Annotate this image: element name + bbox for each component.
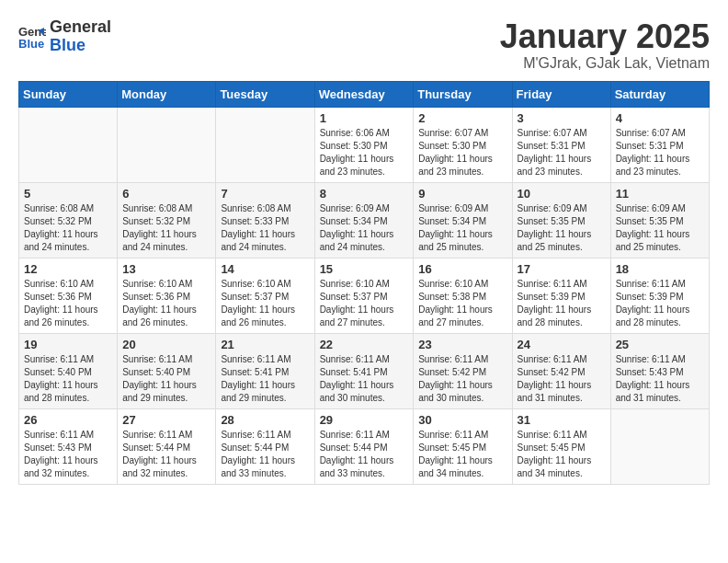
day-number: 27 [122,413,210,427]
calendar-cell: 20Sunrise: 6:11 AM Sunset: 5:40 PM Dayli… [118,333,216,408]
day-number: 11 [616,187,704,201]
day-info: Sunrise: 6:11 AM Sunset: 5:43 PM Dayligh… [616,353,704,405]
day-info: Sunrise: 6:10 AM Sunset: 5:36 PM Dayligh… [24,278,112,329]
day-info: Sunrise: 6:09 AM Sunset: 5:35 PM Dayligh… [616,202,704,254]
day-info: Sunrise: 6:11 AM Sunset: 5:44 PM Dayligh… [320,429,409,480]
svg-text:Blue: Blue [18,37,44,51]
calendar-cell: 8Sunrise: 6:09 AM Sunset: 5:34 PM Daylig… [314,182,414,258]
day-number: 21 [221,338,309,351]
day-info: Sunrise: 6:11 AM Sunset: 5:39 PM Dayligh… [518,278,606,329]
day-number: 14 [221,262,309,276]
day-number: 13 [122,262,210,276]
day-info: Sunrise: 6:09 AM Sunset: 5:34 PM Dayligh… [320,202,409,254]
day-info: Sunrise: 6:07 AM Sunset: 5:30 PM Dayligh… [418,127,506,178]
day-info: Sunrise: 6:07 AM Sunset: 5:31 PM Dayligh… [518,127,606,178]
day-number: 12 [24,262,112,276]
calendar-cell: 25Sunrise: 6:11 AM Sunset: 5:43 PM Dayli… [610,333,709,408]
day-info: Sunrise: 6:07 AM Sunset: 5:31 PM Dayligh… [616,127,704,178]
day-info: Sunrise: 6:11 AM Sunset: 5:43 PM Dayligh… [24,429,112,480]
calendar-cell: 5Sunrise: 6:08 AM Sunset: 5:32 PM Daylig… [19,182,118,258]
calendar-cell: 11Sunrise: 6:09 AM Sunset: 5:35 PM Dayli… [610,182,709,258]
calendar-cell: 28Sunrise: 6:11 AM Sunset: 5:44 PM Dayli… [216,408,314,484]
calendar-cell: 16Sunrise: 6:10 AM Sunset: 5:38 PM Dayli… [414,258,512,333]
calendar-cell: 19Sunrise: 6:11 AM Sunset: 5:40 PM Dayli… [19,333,118,408]
calendar-cell: 1Sunrise: 6:06 AM Sunset: 5:30 PM Daylig… [314,107,414,182]
day-info: Sunrise: 6:11 AM Sunset: 5:40 PM Dayligh… [122,353,210,405]
logo: General Blue General Blue [18,18,111,55]
day-number: 15 [320,262,409,276]
calendar-cell: 29Sunrise: 6:11 AM Sunset: 5:44 PM Dayli… [314,408,414,484]
calendar-table: SundayMondayTuesdayWednesdayThursdayFrid… [18,81,710,485]
day-info: Sunrise: 6:11 AM Sunset: 5:42 PM Dayligh… [518,353,606,405]
day-number: 22 [320,338,409,351]
day-number: 10 [518,187,606,201]
weekday-header-wednesday: Wednesday [314,81,414,107]
day-number: 19 [24,338,112,351]
day-number: 24 [518,338,606,351]
calendar-cell: 13Sunrise: 6:10 AM Sunset: 5:36 PM Dayli… [118,258,216,333]
day-info: Sunrise: 6:06 AM Sunset: 5:30 PM Dayligh… [320,127,409,178]
day-number: 31 [518,413,606,427]
weekday-header-saturday: Saturday [610,81,709,107]
day-info: Sunrise: 6:10 AM Sunset: 5:37 PM Dayligh… [320,278,409,329]
day-number: 25 [616,338,704,351]
day-number: 5 [24,187,112,201]
calendar-cell [19,107,118,182]
day-number: 4 [616,111,704,125]
calendar-cell: 6Sunrise: 6:08 AM Sunset: 5:32 PM Daylig… [118,182,216,258]
title-block: January 2025 M'GJrak, GJak Lak, Vietnam [500,18,710,72]
day-info: Sunrise: 6:10 AM Sunset: 5:37 PM Dayligh… [221,278,309,329]
day-number: 30 [418,413,506,427]
calendar-week-row: 1Sunrise: 6:06 AM Sunset: 5:30 PM Daylig… [19,107,710,182]
calendar-cell: 23Sunrise: 6:11 AM Sunset: 5:42 PM Dayli… [414,333,512,408]
day-number: 20 [122,338,210,351]
day-number: 9 [418,187,506,201]
day-number: 1 [320,111,409,125]
day-number: 18 [616,262,704,276]
calendar-cell: 24Sunrise: 6:11 AM Sunset: 5:42 PM Dayli… [512,333,610,408]
page-header: General Blue General Blue January 2025 M… [18,18,710,72]
location-subtitle: M'GJrak, GJak Lak, Vietnam [500,55,710,72]
day-info: Sunrise: 6:08 AM Sunset: 5:33 PM Dayligh… [221,202,309,254]
day-number: 6 [122,187,210,201]
calendar-cell: 10Sunrise: 6:09 AM Sunset: 5:35 PM Dayli… [512,182,610,258]
day-info: Sunrise: 6:11 AM Sunset: 5:40 PM Dayligh… [24,353,112,405]
calendar-cell: 12Sunrise: 6:10 AM Sunset: 5:36 PM Dayli… [19,258,118,333]
calendar-cell [216,107,314,182]
calendar-cell: 18Sunrise: 6:11 AM Sunset: 5:39 PM Dayli… [610,258,709,333]
day-number: 2 [418,111,506,125]
day-info: Sunrise: 6:11 AM Sunset: 5:45 PM Dayligh… [518,429,606,480]
month-year-title: January 2025 [500,18,710,55]
day-number: 17 [518,262,606,276]
day-info: Sunrise: 6:09 AM Sunset: 5:34 PM Dayligh… [418,202,506,254]
calendar-week-row: 26Sunrise: 6:11 AM Sunset: 5:43 PM Dayli… [19,408,710,484]
calendar-cell: 22Sunrise: 6:11 AM Sunset: 5:41 PM Dayli… [314,333,414,408]
day-info: Sunrise: 6:11 AM Sunset: 5:44 PM Dayligh… [221,429,309,480]
calendar-cell: 30Sunrise: 6:11 AM Sunset: 5:45 PM Dayli… [414,408,512,484]
calendar-cell: 9Sunrise: 6:09 AM Sunset: 5:34 PM Daylig… [414,182,512,258]
day-info: Sunrise: 6:10 AM Sunset: 5:36 PM Dayligh… [122,278,210,329]
day-info: Sunrise: 6:10 AM Sunset: 5:38 PM Dayligh… [418,278,506,329]
calendar-cell: 21Sunrise: 6:11 AM Sunset: 5:41 PM Dayli… [216,333,314,408]
calendar-week-row: 12Sunrise: 6:10 AM Sunset: 5:36 PM Dayli… [19,258,710,333]
day-info: Sunrise: 6:11 AM Sunset: 5:39 PM Dayligh… [616,278,704,329]
weekday-header-friday: Friday [512,81,610,107]
day-number: 3 [518,111,606,125]
day-number: 7 [221,187,309,201]
calendar-cell: 4Sunrise: 6:07 AM Sunset: 5:31 PM Daylig… [610,107,709,182]
day-info: Sunrise: 6:11 AM Sunset: 5:45 PM Dayligh… [418,429,506,480]
day-info: Sunrise: 6:09 AM Sunset: 5:35 PM Dayligh… [518,202,606,254]
day-info: Sunrise: 6:11 AM Sunset: 5:42 PM Dayligh… [418,353,506,405]
weekday-header-tuesday: Tuesday [216,81,314,107]
calendar-cell: 27Sunrise: 6:11 AM Sunset: 5:44 PM Dayli… [118,408,216,484]
calendar-week-row: 5Sunrise: 6:08 AM Sunset: 5:32 PM Daylig… [19,182,710,258]
calendar-cell: 7Sunrise: 6:08 AM Sunset: 5:33 PM Daylig… [216,182,314,258]
calendar-cell: 26Sunrise: 6:11 AM Sunset: 5:43 PM Dayli… [19,408,118,484]
weekday-header-thursday: Thursday [414,81,512,107]
logo-line1: General [50,18,111,37]
day-info: Sunrise: 6:11 AM Sunset: 5:44 PM Dayligh… [122,429,210,480]
logo-icon: General Blue [18,23,46,51]
calendar-cell [610,408,709,484]
calendar-cell: 17Sunrise: 6:11 AM Sunset: 5:39 PM Dayli… [512,258,610,333]
weekday-header-row: SundayMondayTuesdayWednesdayThursdayFrid… [19,81,710,107]
